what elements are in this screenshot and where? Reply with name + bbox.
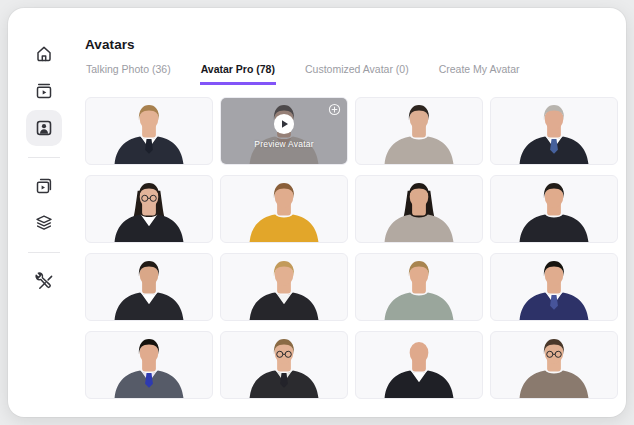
plus-circle-icon — [328, 103, 341, 116]
app-window: Avatars Talking Photo (36)Avatar Pro (78… — [8, 8, 626, 417]
avatar-card[interactable] — [355, 97, 483, 165]
avatar-card[interactable] — [355, 175, 483, 243]
avatar-card[interactable] — [490, 331, 618, 399]
avatar-card[interactable] — [85, 253, 213, 321]
my-videos-icon — [34, 176, 54, 196]
tab-customized-avatar[interactable]: Customized Avatar (0) — [304, 63, 410, 85]
preview-play-button[interactable] — [273, 113, 295, 135]
avatar-card[interactable]: Preview Avatar — [220, 97, 348, 165]
avatar-card[interactable] — [85, 175, 213, 243]
avatar-card[interactable] — [220, 175, 348, 243]
sidebar-item-templates[interactable] — [26, 73, 62, 109]
video-template-icon — [34, 81, 54, 101]
main-content: Avatars Talking Photo (36)Avatar Pro (78… — [80, 8, 626, 417]
preview-avatar-label: Preview Avatar — [254, 139, 313, 149]
avatar-card[interactable] — [490, 253, 618, 321]
sidebar-divider — [28, 157, 60, 158]
avatar-card[interactable] — [490, 97, 618, 165]
add-avatar-button[interactable] — [328, 103, 341, 116]
tab-bar: Talking Photo (36)Avatar Pro (78)Customi… — [85, 63, 626, 85]
sidebar-item-home[interactable] — [26, 36, 62, 72]
avatar-card[interactable] — [355, 331, 483, 399]
sidebar-item-avatars[interactable] — [26, 110, 62, 146]
sidebar-item-tools[interactable] — [26, 263, 62, 299]
avatar-card[interactable] — [490, 175, 618, 243]
sidebar-item-assets[interactable] — [26, 205, 62, 241]
play-icon — [273, 113, 295, 135]
tools-icon — [34, 271, 54, 291]
avatar-card[interactable] — [85, 97, 213, 165]
avatar-card[interactable] — [355, 253, 483, 321]
tab-talking-photo[interactable]: Talking Photo (36) — [85, 63, 172, 85]
avatar-icon — [34, 118, 54, 138]
avatar-grid: Preview Avatar — [85, 97, 618, 399]
layers-icon — [34, 213, 54, 233]
sidebar-item-videos[interactable] — [26, 168, 62, 204]
avatar-card[interactable] — [85, 331, 213, 399]
avatar-hover-overlay: Preview Avatar — [221, 98, 347, 164]
page-title: Avatars — [85, 37, 626, 52]
avatar-card[interactable] — [220, 253, 348, 321]
tab-avatar-pro[interactable]: Avatar Pro (78) — [200, 63, 276, 85]
home-icon — [34, 44, 54, 64]
avatar-card[interactable] — [220, 331, 348, 399]
tab-create-my-avatar[interactable]: Create My Avatar — [438, 63, 521, 85]
sidebar — [8, 8, 80, 417]
sidebar-divider — [28, 252, 60, 253]
